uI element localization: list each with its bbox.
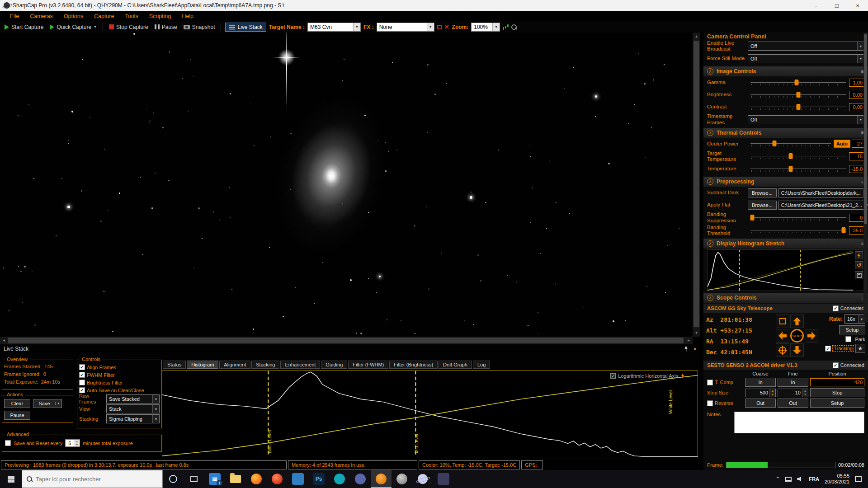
live-stack-button[interactable]: Live Stack bbox=[225, 23, 266, 32]
temp-comp-checkbox[interactable] bbox=[707, 380, 713, 385]
clear-selection-icon[interactable]: ✕ bbox=[444, 24, 449, 30]
live-stack-histogram-plot[interactable]: Black Level Mid Level White Level Logari… bbox=[162, 371, 698, 457]
action-center-icon[interactable] bbox=[855, 476, 862, 482]
telescope-connected-checkbox[interactable] bbox=[833, 305, 839, 311]
maximize-button[interactable]: □ bbox=[826, 0, 847, 11]
target-temperature-value[interactable]: -15 bbox=[849, 152, 864, 160]
subtract-dark-browse-button[interactable]: Browse... bbox=[748, 188, 777, 197]
center-target-button[interactable] bbox=[776, 343, 789, 357]
tab-filter-fwhm[interactable]: Filter (FWHM) bbox=[348, 361, 388, 369]
focus-in-fine-button[interactable]: In bbox=[778, 378, 808, 387]
focuser-connected-checkbox[interactable] bbox=[833, 362, 839, 368]
notes-textarea[interactable] bbox=[734, 412, 864, 433]
taskbar-app-browser[interactable] bbox=[267, 470, 288, 488]
slew-down-button[interactable] bbox=[790, 343, 804, 357]
dropdown-icon[interactable] bbox=[152, 405, 159, 413]
fwhm-filter-checkbox[interactable] bbox=[79, 372, 85, 378]
target-name-dropdown-icon[interactable] bbox=[353, 23, 360, 31]
force-still-mode-combo[interactable]: Off bbox=[748, 54, 864, 63]
timestamp-frames-combo[interactable]: Off bbox=[748, 115, 864, 124]
collapse-icon[interactable]: ∧ bbox=[707, 68, 713, 75]
pause-button[interactable]: Pause bbox=[153, 23, 179, 31]
tab-status[interactable]: Status bbox=[163, 361, 186, 369]
slew-right-button[interactable] bbox=[805, 329, 818, 343]
image-controls-header[interactable]: ∧ Image Controls ≡ bbox=[703, 66, 868, 76]
dropdown-icon[interactable] bbox=[857, 42, 864, 50]
tracking-checkbox[interactable] bbox=[825, 346, 831, 352]
save-dropdown-icon[interactable] bbox=[55, 402, 61, 405]
quick-capture-button[interactable]: Quick Capture ▼ bbox=[48, 23, 99, 31]
selection-area-icon[interactable] bbox=[437, 25, 442, 29]
scope-controls-header[interactable]: ∧ Scope Controls ≡ bbox=[703, 293, 868, 303]
apply-flat-browse-button[interactable]: Browse... bbox=[748, 201, 777, 210]
image-vertical-scrollbar[interactable]: ▲ ▼ bbox=[693, 33, 700, 337]
tab-filter-brightness[interactable]: Filter (Brightness) bbox=[389, 361, 438, 369]
taskbar-app-astro[interactable] bbox=[433, 470, 454, 488]
fine-step-spinner[interactable]: 10 ▲▼ bbox=[778, 389, 808, 397]
auto-save-checkbox[interactable] bbox=[79, 387, 85, 393]
taskbar-app-stellarium[interactable] bbox=[412, 470, 433, 488]
taskbar-app-teamviewer[interactable] bbox=[329, 470, 350, 488]
cooler-power-slider[interactable] bbox=[750, 140, 831, 147]
tab-log[interactable]: Log bbox=[473, 361, 490, 369]
slew-up-button[interactable] bbox=[790, 314, 804, 328]
dock-close-icon[interactable]: × bbox=[693, 346, 697, 352]
brightness-slider[interactable] bbox=[750, 91, 846, 99]
start-capture-button[interactable]: Start Capture bbox=[3, 23, 45, 31]
menu-options[interactable]: Options bbox=[58, 13, 89, 19]
slew-left-button[interactable] bbox=[776, 329, 789, 343]
menu-capture[interactable]: Capture bbox=[89, 13, 119, 19]
apply-flat-path-combo[interactable]: C:\Users\SharkFleet\Desktop\21_2... bbox=[778, 201, 868, 210]
stop-capture-button[interactable]: Stop Capture bbox=[107, 23, 150, 31]
volume-icon[interactable] bbox=[797, 476, 803, 482]
raw-frames-combo[interactable]: Save Stacked bbox=[106, 394, 160, 404]
tab-stacking[interactable]: Stacking bbox=[251, 361, 279, 369]
tab-guiding[interactable]: Guiding bbox=[321, 361, 347, 369]
contrast-slider[interactable] bbox=[750, 103, 846, 111]
contrast-value[interactable]: 0.00 bbox=[849, 103, 864, 111]
cooler-auto-button[interactable]: Auto bbox=[834, 140, 850, 148]
collapse-icon[interactable]: ∧ bbox=[707, 178, 713, 185]
fx-combo[interactable]: None bbox=[377, 23, 434, 32]
network-icon[interactable] bbox=[785, 477, 792, 482]
goto-star-button[interactable]: ★ bbox=[855, 344, 865, 353]
snapshot-button[interactable]: Snapshot bbox=[182, 23, 217, 31]
task-view-button[interactable] bbox=[184, 470, 204, 488]
tab-drift-graph[interactable]: Drift Graph bbox=[439, 361, 472, 369]
dropdown-icon[interactable] bbox=[152, 395, 159, 403]
display-stretch-histogram[interactable]: ↺ bbox=[707, 249, 864, 291]
image-horizontal-scrollbar[interactable]: ◄ ► bbox=[0, 337, 693, 344]
taskbar-search[interactable] bbox=[22, 470, 163, 488]
clear-button[interactable]: Clear bbox=[4, 399, 30, 408]
taskbar-app-phd2[interactable] bbox=[392, 470, 412, 488]
taskbar-app-photoshop[interactable]: Ps bbox=[308, 470, 329, 488]
slew-frame-button[interactable] bbox=[776, 314, 789, 328]
taskbar-app-explorer[interactable] bbox=[225, 470, 246, 488]
taskbar-app-sharpcap[interactable] bbox=[371, 470, 392, 488]
collapse-icon[interactable]: ∧ bbox=[707, 130, 713, 136]
cortana-button[interactable] bbox=[163, 470, 184, 488]
view-combo[interactable]: Stack bbox=[106, 404, 160, 413]
banding-suppression-slider[interactable] bbox=[750, 214, 846, 221]
minimize-button[interactable]: – bbox=[806, 0, 826, 11]
focus-out-fine-button[interactable]: Out bbox=[778, 399, 808, 408]
target-temperature-slider[interactable] bbox=[750, 153, 846, 160]
temperature-slider[interactable] bbox=[750, 165, 846, 173]
display-histogram-stretch-header[interactable]: ∧ Display Histogram Stretch ≡ bbox=[703, 239, 868, 249]
reset-stretch-button[interactable]: ↺ bbox=[855, 261, 863, 269]
menu-help[interactable]: Help bbox=[176, 13, 199, 19]
save-button[interactable]: Save bbox=[33, 399, 62, 408]
focuser-setup-button[interactable]: Setup bbox=[810, 399, 864, 408]
menu-tools[interactable]: Tools bbox=[119, 13, 143, 19]
brightness-filter-checkbox[interactable] bbox=[79, 380, 85, 385]
save-reset-checkbox[interactable] bbox=[5, 440, 11, 446]
language-indicator[interactable]: FRA bbox=[809, 476, 819, 482]
tray-expand-icon[interactable]: ⌃ bbox=[775, 476, 780, 482]
align-frames-checkbox[interactable] bbox=[79, 364, 85, 370]
gamma-value[interactable]: 1.00 bbox=[849, 79, 864, 87]
zoom-fit-icon[interactable] bbox=[511, 24, 517, 30]
menu-file[interactable]: File bbox=[5, 13, 24, 19]
search-input[interactable] bbox=[36, 476, 158, 483]
pin-icon[interactable] bbox=[684, 346, 689, 352]
quick-capture-dropdown-icon[interactable]: ▼ bbox=[94, 25, 97, 28]
